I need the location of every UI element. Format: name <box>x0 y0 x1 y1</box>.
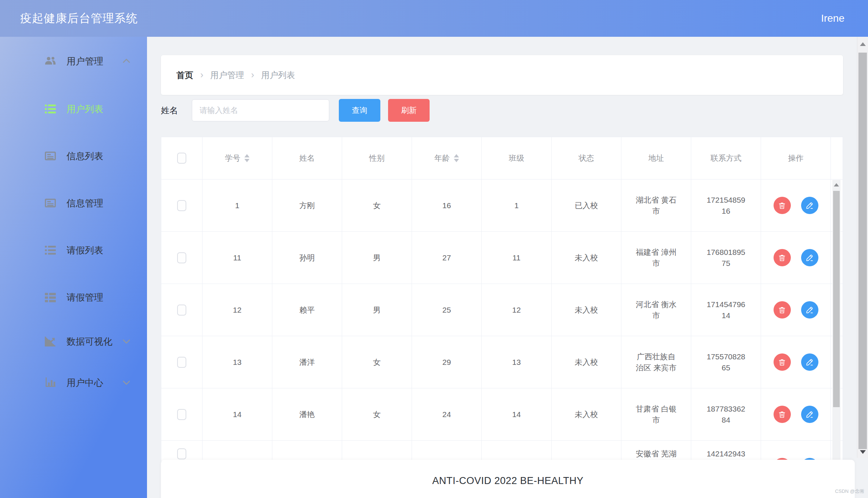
table-header-row: 学号姓名性别年龄班级状态地址联系方式操作 <box>161 137 843 179</box>
breadcrumb-item[interactable]: 首页 <box>176 70 193 80</box>
page-scrollbar-thumb[interactable] <box>858 53 867 449</box>
users-icon <box>44 55 57 67</box>
delete-button[interactable] <box>774 301 791 319</box>
cell-address: 湖北省 黄石市 <box>621 179 691 232</box>
cell-gender: 男 <box>342 284 412 336</box>
trash-icon <box>778 201 786 210</box>
row-checkbox[interactable] <box>177 448 186 459</box>
cell-phone: 17215485916 <box>691 179 761 232</box>
trash-icon <box>778 306 786 314</box>
page-scrollbar[interactable] <box>857 37 868 458</box>
query-button[interactable]: 查询 <box>339 99 380 122</box>
cell-class: 14 <box>482 388 552 441</box>
document-icon <box>44 197 57 209</box>
select-all-cell <box>161 137 202 179</box>
cell-status: 未入校 <box>552 284 621 336</box>
cell-name: 赖平 <box>272 284 342 336</box>
select-all-checkbox[interactable] <box>177 153 186 164</box>
delete-button[interactable] <box>774 197 791 214</box>
row-select-cell <box>161 336 202 388</box>
row-select-cell <box>161 284 202 336</box>
sidebar-item-leave-management[interactable]: 请假管理 <box>0 274 147 321</box>
trash-icon <box>778 410 786 419</box>
scroll-up-icon[interactable] <box>860 42 866 46</box>
delete-button[interactable] <box>774 353 791 371</box>
scroll-down-icon[interactable] <box>860 450 866 454</box>
row-select-cell <box>161 388 202 441</box>
footer-card: ANTI-COVID 2022 BE-HEALTHY <box>161 460 855 498</box>
column-label: 地址 <box>649 153 664 164</box>
edit-button[interactable] <box>801 197 818 214</box>
cell-gender: 女 <box>342 179 412 232</box>
column-header-id[interactable]: 学号 <box>202 137 272 179</box>
row-checkbox[interactable] <box>177 357 186 368</box>
row-checkbox[interactable] <box>177 252 186 263</box>
column-label: 状态 <box>579 153 594 164</box>
scroll-up-icon[interactable] <box>834 183 839 186</box>
sort-caret-icon[interactable] <box>244 154 250 162</box>
sidebar-item-label: 数据可视化 <box>67 335 112 348</box>
delete-button[interactable] <box>774 406 791 423</box>
edit-button[interactable] <box>801 406 818 423</box>
column-header-address: 地址 <box>621 137 691 179</box>
sidebar-item-info-list[interactable]: 信息列表 <box>0 132 147 179</box>
sort-caret-icon[interactable] <box>454 154 459 162</box>
cell-actions <box>761 336 831 388</box>
user-name[interactable]: Irene <box>821 13 844 24</box>
row-checkbox[interactable] <box>177 409 186 420</box>
cell-address: 甘肃省 白银市 <box>621 388 691 441</box>
sidebar-item-leave-list[interactable]: 请假列表 <box>0 227 147 274</box>
table-scrollbar[interactable] <box>832 180 840 498</box>
cell-id: 1 <box>202 179 272 232</box>
breadcrumb-item[interactable]: 用户管理 <box>210 70 244 80</box>
table-row: 11孙明男2711未入校福建省 漳州市17680189575 <box>161 232 843 284</box>
sidebar: 用户管理用户列表信息列表信息管理请假列表请假管理数据可视化用户中心 <box>0 37 147 498</box>
name-search-input[interactable] <box>192 99 329 121</box>
watermark: CSDN @念衕 <box>835 488 864 495</box>
cell-actions <box>761 179 831 232</box>
row-checkbox[interactable] <box>177 200 186 211</box>
chevron-up-icon <box>121 56 132 66</box>
edit-button[interactable] <box>801 301 818 319</box>
refresh-button[interactable]: 刷新 <box>388 99 430 122</box>
sidebar-item-user-list[interactable]: 用户列表 <box>0 85 147 132</box>
cell-age: 25 <box>412 284 482 336</box>
row-checkbox[interactable] <box>177 305 186 316</box>
sidebar-item-label: 信息列表 <box>67 150 103 162</box>
table-scrollbar-thumb[interactable] <box>833 191 840 407</box>
breadcrumb-item[interactable]: 用户列表 <box>261 70 295 80</box>
cell-actions <box>761 232 831 284</box>
column-header-gender: 性别 <box>342 137 412 179</box>
cell-name: 孙明 <box>272 232 342 284</box>
pencil-icon <box>805 253 814 262</box>
column-header-age[interactable]: 年龄 <box>412 137 482 179</box>
cell-status: 未入校 <box>552 336 621 388</box>
cell-phone: 17680189575 <box>691 232 761 284</box>
edit-button[interactable] <box>801 249 818 266</box>
sidebar-item-user-center[interactable]: 用户中心 <box>0 362 147 403</box>
breadcrumb: 首页›用户管理›用户列表 <box>176 70 295 81</box>
cell-actions <box>761 388 831 441</box>
sidebar-item-data-visualization[interactable]: 数据可视化 <box>0 321 147 362</box>
trash-icon <box>778 358 786 367</box>
column-header-status: 状态 <box>552 137 621 179</box>
cell-phone: 18778336284 <box>691 388 761 441</box>
sidebar-item-label: 用户列表 <box>67 103 103 115</box>
document-icon <box>44 150 57 162</box>
table-row: 12赖平男2512未入校河北省 衡水市17145479614 <box>161 284 843 336</box>
main-content: 首页›用户管理›用户列表 姓名 查询 刷新 学号姓名性别年龄班级状态地址联系方式… <box>147 37 857 498</box>
cell-name: 方刚 <box>272 179 342 232</box>
sidebar-item-label: 用户管理 <box>67 55 103 67</box>
column-header-phone: 联系方式 <box>691 137 761 179</box>
column-header-name: 姓名 <box>272 137 342 179</box>
chevron-down-icon <box>121 336 132 346</box>
row-select-cell <box>161 179 202 232</box>
chevron-down-icon <box>121 377 132 388</box>
trash-icon <box>778 253 786 262</box>
cell-name: 潘艳 <box>272 388 342 441</box>
delete-button[interactable] <box>774 249 791 266</box>
sidebar-item-info-management[interactable]: 信息管理 <box>0 179 147 227</box>
cell-id: 14 <box>202 388 272 441</box>
edit-button[interactable] <box>801 353 818 371</box>
sidebar-item-user-management[interactable]: 用户管理 <box>0 37 147 85</box>
